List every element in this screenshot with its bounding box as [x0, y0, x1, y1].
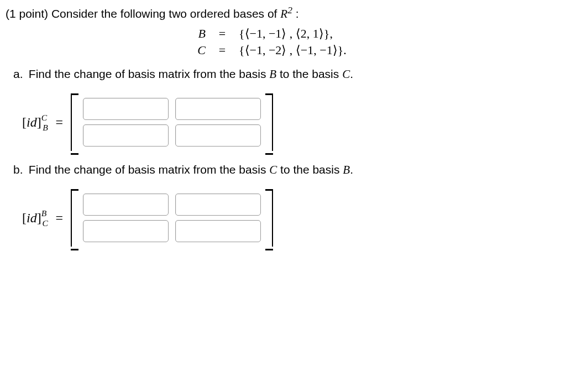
matrix-a-input-22[interactable]: [175, 124, 261, 147]
part-a-text-mid: to the basis: [276, 67, 342, 80]
part-b-text-mid: to the basis: [277, 163, 343, 176]
sub-B: B: [43, 123, 48, 132]
basis-C-value: {⟨−1, −2⟩ , ⟨−1, −1⟩}.: [239, 43, 394, 58]
bracket-close: ]: [37, 115, 41, 129]
bracket-open: [: [22, 211, 27, 225]
script-B: B: [343, 163, 350, 176]
basis-C-label: C: [172, 43, 206, 58]
part-a-text: Find the change of basis matrix from the…: [29, 67, 353, 80]
matrix-a-input-12[interactable]: [175, 98, 261, 120]
matrix-b-body: [80, 189, 264, 247]
part-b-text-before: Find the change of basis matrix from the…: [29, 163, 269, 176]
basis-C-row: C = {⟨−1, −2⟩ , ⟨−1, −1⟩}.: [6, 43, 560, 58]
basis-definitions: B = {⟨−1, −1⟩ , ⟨2, 1⟩}, C = {⟨−1, −2⟩ ,…: [6, 27, 560, 58]
basis-B-label: B: [172, 27, 206, 41]
matrix-b-input-11[interactable]: [83, 194, 169, 216]
id-text: id: [27, 211, 37, 225]
part-b: b. Find the change of basis matrix from …: [13, 163, 560, 177]
intro-text: Consider the following two ordered bases…: [51, 7, 280, 20]
matrix-a-line: [id]CB =: [22, 93, 560, 151]
problem-intro: (1 point) Consider the following two ord…: [6, 4, 560, 21]
right-bracket-icon: [264, 189, 275, 247]
id-text: id: [27, 115, 37, 129]
script-B: B: [269, 67, 276, 81]
bracket-open: [: [22, 115, 27, 129]
equals: =: [53, 211, 64, 225]
sup-C: C: [41, 113, 47, 122]
part-b-label: b.: [13, 163, 25, 176]
script-C: C: [269, 163, 277, 176]
space-R2: R2: [280, 7, 292, 20]
part-a-text-before: Find the change of basis matrix from the…: [29, 67, 269, 80]
equals: =: [53, 115, 64, 129]
part-a-text-after: .: [350, 67, 353, 80]
matrix-a-bracket-wrap: [69, 93, 275, 151]
matrix-b-input-21[interactable]: [83, 220, 169, 242]
basis-B-row: B = {⟨−1, −1⟩ , ⟨2, 1⟩},: [6, 27, 560, 41]
basis-B-value: {⟨−1, −1⟩ , ⟨2, 1⟩},: [239, 27, 394, 41]
matrix-b-lhs: [id]BC =: [22, 211, 63, 226]
intro-colon: :: [296, 7, 299, 20]
sub-C: C: [42, 218, 48, 228]
points-label: (1 point): [6, 7, 48, 20]
left-bracket-icon: [69, 189, 80, 247]
matrix-b-line: [id]BC =: [22, 189, 560, 247]
matrix-b-input-12[interactable]: [175, 194, 261, 216]
part-a-label: a.: [13, 67, 25, 81]
equals-sign: =: [206, 27, 239, 41]
matrix-a-body: [80, 93, 264, 151]
part-a: a. Find the change of basis matrix from …: [13, 67, 560, 81]
matrix-a-lhs: [id]CB =: [22, 115, 63, 130]
script-C: C: [342, 67, 350, 81]
sup-B: B: [41, 208, 47, 218]
matrix-b-bracket-wrap: [69, 189, 275, 247]
left-bracket-icon: [69, 93, 80, 151]
bracket-close: ]: [37, 211, 41, 225]
matrix-b-input-22[interactable]: [175, 220, 261, 242]
part-b-text-after: .: [350, 163, 353, 176]
part-b-text: Find the change of basis matrix from the…: [29, 163, 353, 176]
right-bracket-icon: [264, 93, 275, 151]
matrix-a-input-21[interactable]: [83, 124, 169, 147]
equals-sign: =: [206, 43, 239, 58]
matrix-a-input-11[interactable]: [83, 98, 169, 120]
